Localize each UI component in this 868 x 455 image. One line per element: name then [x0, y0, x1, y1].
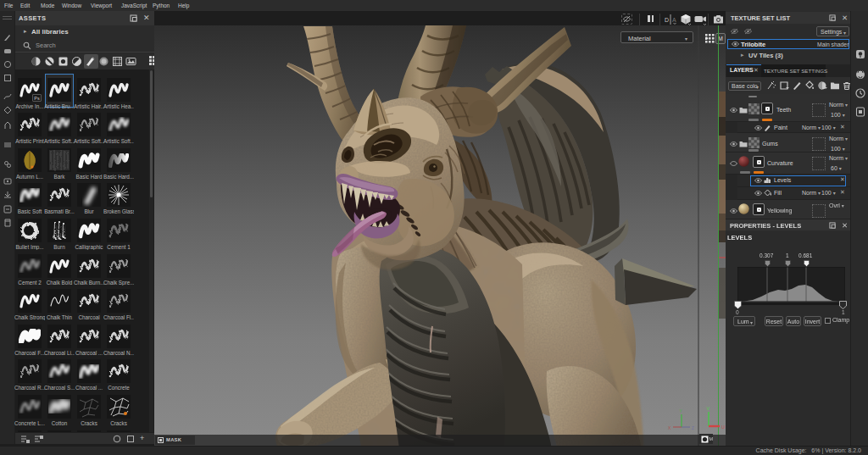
svg-text:A: A: [672, 17, 676, 23]
svg-text:X: X: [668, 425, 671, 430]
svg-text:V: V: [707, 406, 710, 411]
svg-text:D: D: [665, 17, 669, 23]
svg-text:U: U: [721, 424, 725, 430]
svg-text:Z: Z: [692, 425, 694, 430]
svg-text:Y: Y: [680, 408, 683, 413]
